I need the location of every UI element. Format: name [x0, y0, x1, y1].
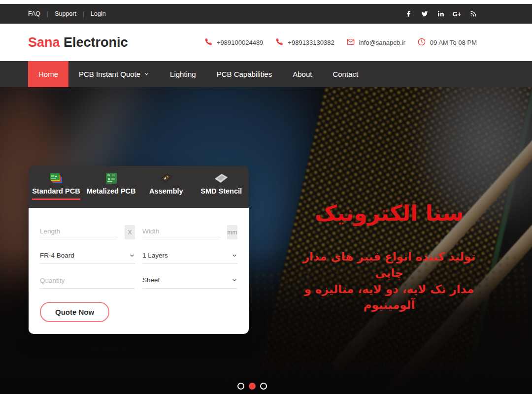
- hero-headline: سنا الکترونیک: [291, 201, 488, 225]
- nav-item-pcb-instant-quote[interactable]: PCB Instant Quote: [68, 61, 160, 87]
- layers-select[interactable]: 1 Layers: [142, 248, 237, 264]
- header-contacts: +989100024489 +989133130382 info@sanapcb…: [204, 38, 477, 47]
- mm-unit-badge: mm: [227, 225, 237, 239]
- length-input[interactable]: [40, 224, 117, 239]
- width-input[interactable]: [142, 224, 220, 239]
- nav-item-contact[interactable]: Contact: [322, 61, 368, 87]
- divider: |: [83, 10, 84, 17]
- nav-item-home[interactable]: Home: [28, 61, 68, 87]
- tab-metalized-pcb[interactable]: Metalized PCB: [84, 172, 139, 200]
- quote-tabs: Standard PCB Metalized PCB: [29, 166, 249, 208]
- email-contact[interactable]: info@sanapcb.ir: [347, 38, 405, 47]
- nav-label: Lighting: [170, 70, 196, 78]
- standard-pcb-icon: [48, 172, 64, 185]
- hero-slider: Standard PCB Metalized PCB: [0, 87, 532, 394]
- unit-value: Sheet: [142, 276, 160, 284]
- hero-subtitle-line1: تولید کننده انواع فیبر های مدار چاپی: [291, 249, 488, 281]
- board-type-select[interactable]: FR-4 Board: [40, 248, 135, 264]
- length-multiplier-badge: X: [125, 225, 135, 239]
- social-links: G+: [404, 10, 477, 18]
- site-logo[interactable]: Sana Electronic: [28, 35, 128, 50]
- clock-icon: [418, 38, 426, 47]
- faq-link[interactable]: FAQ: [28, 10, 40, 17]
- hero-subtitle: تولید کننده انواع فیبر های مدار چاپی مدا…: [291, 249, 488, 313]
- nav-label: PCB Instant Quote: [79, 70, 140, 78]
- slider-dots: [237, 383, 267, 390]
- nav-label: About: [293, 70, 312, 78]
- tab-label: Metalized PCB: [87, 187, 136, 200]
- topbar: FAQ | Support | Login G+: [0, 4, 532, 24]
- assembly-icon: [158, 172, 174, 185]
- facebook-icon[interactable]: [404, 10, 412, 18]
- chevron-down-icon: [232, 277, 237, 283]
- tab-smd-stencil[interactable]: SMD Stencil: [194, 172, 249, 200]
- nav-label: PCB Capabilities: [217, 70, 272, 78]
- hero-caption: سنا الکترونیک تولید کننده انواع فیبر های…: [291, 201, 488, 313]
- quote-form: X mm FR-4 Board 1 Layers: [29, 208, 249, 334]
- main-navigation: Home PCB Instant Quote Lighting PCB Capa…: [0, 61, 532, 87]
- nav-item-pcb-capabilities[interactable]: PCB Capabilities: [206, 61, 283, 87]
- phone-icon: [275, 38, 283, 47]
- phone-contact-2[interactable]: +989133130382: [275, 38, 334, 47]
- hours-text: 09 AM To 08 PM: [430, 39, 477, 46]
- email-address: info@sanapcb.ir: [359, 39, 405, 46]
- slider-dot-1[interactable]: [237, 383, 244, 390]
- quantity-input[interactable]: [40, 273, 135, 289]
- tab-label: Assembly: [149, 187, 183, 200]
- google-plus-icon[interactable]: G+: [453, 10, 461, 18]
- support-link[interactable]: Support: [55, 10, 76, 17]
- mail-icon: [347, 38, 355, 47]
- chevron-down-icon: [232, 253, 237, 259]
- hero-subtitle-line2: مدار تک لایه، دو لایه، متالیزه و آلومینی…: [291, 281, 488, 313]
- logo-second-word: Electronic: [64, 35, 128, 50]
- quote-now-button[interactable]: Quote Now: [40, 302, 109, 322]
- slider-dot-3[interactable]: [260, 383, 267, 390]
- working-hours: 09 AM To 08 PM: [418, 38, 477, 47]
- board-type-value: FR-4 Board: [40, 252, 74, 259]
- nav-label: Contact: [332, 70, 358, 78]
- nav-item-lighting[interactable]: Lighting: [160, 61, 206, 87]
- tab-label: SMD Stencil: [200, 187, 242, 200]
- nav-label: Home: [38, 70, 58, 78]
- login-link[interactable]: Login: [91, 10, 106, 17]
- linkedin-icon[interactable]: [437, 10, 444, 18]
- nav-item-about[interactable]: About: [282, 61, 322, 87]
- phone-number: +989133130382: [288, 39, 334, 46]
- chevron-down-icon: [144, 71, 149, 77]
- twitter-icon[interactable]: [421, 10, 428, 18]
- divider: |: [47, 10, 48, 17]
- topbar-links: FAQ | Support | Login: [28, 10, 106, 17]
- tab-assembly[interactable]: Assembly: [139, 172, 194, 200]
- metalized-pcb-icon: [103, 172, 119, 185]
- rss-icon[interactable]: [469, 10, 477, 18]
- site-header: Sana Electronic +989100024489 +989133130…: [0, 24, 532, 61]
- chevron-down-icon: [129, 253, 135, 259]
- pcb-quote-widget: Standard PCB Metalized PCB: [29, 166, 249, 334]
- layers-value: 1 Layers: [142, 252, 168, 259]
- smd-stencil-icon: [213, 172, 229, 185]
- top-white-strip: [0, 0, 532, 4]
- phone-number: +989100024489: [217, 39, 263, 46]
- tab-label: Standard PCB: [32, 187, 80, 200]
- tab-standard-pcb[interactable]: Standard PCB: [29, 172, 84, 200]
- phone-icon: [204, 38, 212, 47]
- phone-contact-1[interactable]: +989100024489: [204, 38, 263, 47]
- unit-select[interactable]: Sheet: [142, 273, 237, 289]
- slider-dot-2-active[interactable]: [249, 383, 256, 390]
- logo-first-word: Sana: [28, 35, 60, 50]
